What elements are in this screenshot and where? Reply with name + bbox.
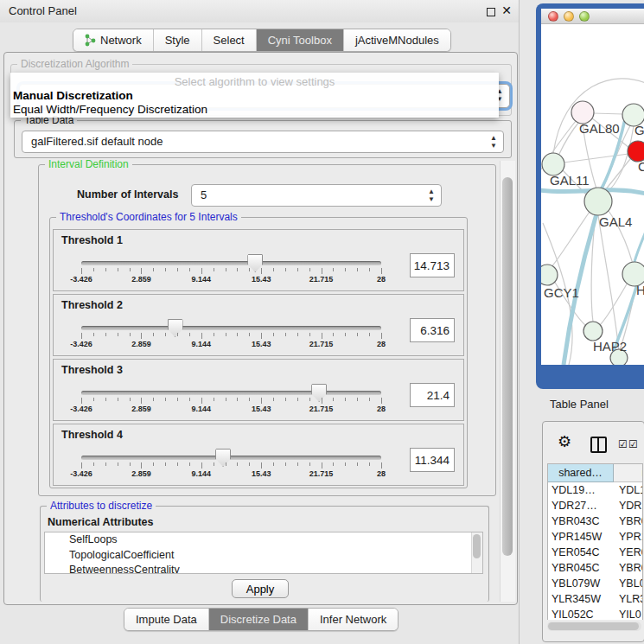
panel-splitter[interactable] [519,0,520,644]
tab-impute-data[interactable]: Impute Data [124,609,209,630]
attribute-list-item[interactable]: SelfLoops [45,532,482,548]
mac-close-icon[interactable] [548,11,558,22]
tab-jactivemnodules[interactable]: jActiveMNodules [344,29,450,51]
table-row[interactable]: YDR27…YDR2 [548,498,643,513]
scrollbar-thumb[interactable] [548,622,639,630]
threshold-value-field[interactable]: 6.316 [410,318,455,342]
cell-shared-name[interactable]: YER054C [548,545,614,560]
cell-name[interactable]: YPR1 [614,529,643,545]
cell-shared-name[interactable]: YBL079W [548,576,614,591]
cell-shared-name[interactable]: YBR045C [548,560,614,576]
spinner-arrows-icon: ▲▼ [428,188,435,203]
checkbox-icon[interactable] [618,436,628,451]
network-window: GAL80GACGAL11GAL4GCY1HHAP2 [541,9,644,365]
network-window-titlebar[interactable] [541,9,644,24]
tab-style[interactable]: Style [154,29,202,51]
slider-tick-labels: -3.4262.8599.14415.4321.71528 [81,340,381,349]
float-window-icon[interactable] [487,8,495,16]
table-row[interactable]: YBR043CYBR0 [548,513,643,529]
slider-ticks [81,333,381,340]
cell-shared-name[interactable]: YDL19… [548,482,614,498]
attribute-list-item[interactable]: BetweennessCentrality [45,563,482,574]
column-header[interactable]: na [614,464,643,482]
node-label: H [636,283,644,297]
scrollbar-thumb[interactable] [502,177,513,556]
table-row[interactable]: YIL052CYIL0 [548,607,643,620]
tab-select[interactable]: Select [202,29,257,51]
number-of-intervals-combobox[interactable]: 5 ▲▼ [191,184,442,207]
tab-network[interactable]: Network [73,29,154,51]
network-edge[interactable] [593,113,623,114]
network-edge[interactable] [600,283,628,325]
panel-vertical-scrollbar[interactable] [500,161,515,602]
cell-name[interactable]: YDR2 [614,498,643,513]
cell-name[interactable]: YDL1 [614,482,643,498]
node-table[interactable]: shared… na YDL19…YDL1YDR27…YDR2YBR043CYB… [547,463,643,620]
network-edge[interactable] [634,223,644,266]
cell-shared-name[interactable]: YLR345W [548,591,614,607]
threshold-value-field[interactable]: 14.713 [410,253,455,277]
threshold-label: Threshold 1 [61,234,123,246]
column-header[interactable]: shared… [548,464,614,482]
cell-name[interactable]: YER0 [614,545,643,560]
threshold-label: Threshold 4 [61,429,123,441]
cell-shared-name[interactable]: YBR043C [548,513,614,529]
network-node[interactable] [584,188,612,215]
cell-name[interactable]: YBR0 [614,560,643,576]
bottom-tab-bar: Impute DataDiscretize DataInfer Network [124,608,399,631]
cell-name[interactable]: YBR0 [614,513,643,529]
attribute-list-item[interactable]: TopologicalCoefficient [45,548,482,564]
mac-zoom-icon[interactable] [579,11,590,22]
threshold-value-field[interactable]: 11.344 [410,448,455,472]
table-row[interactable]: YDL19…YDL1 [548,482,643,498]
slider-track[interactable] [81,456,381,460]
table-row[interactable]: YBL079WYBL0 [548,576,643,591]
scrollbar-thumb[interactable] [473,534,481,558]
slider-ticks [81,268,381,275]
gear-icon[interactable] [558,432,571,451]
table-row[interactable]: YER054CYER0 [548,545,643,560]
vertical-scrollbar[interactable] [471,532,482,573]
threshold-value-field[interactable]: 21.4 [410,383,455,407]
cell-shared-name[interactable]: YIL052C [548,607,614,620]
cell-name[interactable]: YLR3 [614,591,643,607]
network-node[interactable] [583,322,603,341]
combobox-value: galFiltered.sif default node [31,131,163,152]
tab-infer-network[interactable]: Infer Network [309,609,398,630]
apply-button[interactable]: Apply [232,579,289,598]
table-data-combobox[interactable]: galFiltered.sif default node ▲▼ [22,131,504,153]
group-title: Discretization Algorithm [17,58,132,70]
dropdown-prompt: Select algorithm to view settings [10,75,499,88]
network-canvas[interactable]: GAL80GACGAL11GAL4GCY1HHAP2 [541,24,644,365]
cell-name[interactable]: YIL0 [614,607,643,620]
split-column-icon[interactable] [590,437,607,453]
tab-label: Style [165,34,190,47]
dropdown-option[interactable]: Manual Discretization [13,89,133,102]
mac-minimize-icon[interactable] [564,11,574,22]
cell-shared-name[interactable]: YPR145W [548,529,614,545]
slider-track[interactable] [81,261,381,265]
close-icon[interactable]: ✕ [501,3,512,17]
network-icon [85,34,96,47]
cell-name[interactable]: YBL0 [614,576,643,591]
node-label: GAL80 [579,121,620,136]
table-row[interactable]: YBR045CYBR0 [548,560,643,576]
slider-track[interactable] [81,326,381,330]
attributes-list[interactable]: SelfLoopsTopologicalCoefficientBetweenne… [44,532,483,574]
checkbox-icon[interactable] [628,436,638,451]
network-node[interactable] [541,265,558,285]
node-label: GA [634,123,644,137]
slider-tick-labels: -3.4262.8599.14415.4321.71528 [81,469,381,479]
dropdown-option[interactable]: Equal Width/Frequency Discretization [13,103,207,116]
table-row[interactable]: YLR345WYLR3 [548,591,643,607]
tab-label: Network [100,34,142,47]
table-row[interactable]: YPR145WYPR1 [548,529,643,545]
cell-shared-name[interactable]: YDR27… [548,498,614,513]
top-tab-bar: NetworkStyleSelectCyni ToolboxjActiveMNo… [73,29,451,52]
tab-discretize-data[interactable]: Discretize Data [209,609,309,630]
tab-cyni-toolbox[interactable]: Cyni Toolbox [257,29,344,51]
slider-track[interactable] [81,391,381,395]
horizontal-scrollbar[interactable] [547,622,641,631]
tab-label: jActiveMNodules [355,34,439,47]
network-edge[interactable] [564,154,628,163]
